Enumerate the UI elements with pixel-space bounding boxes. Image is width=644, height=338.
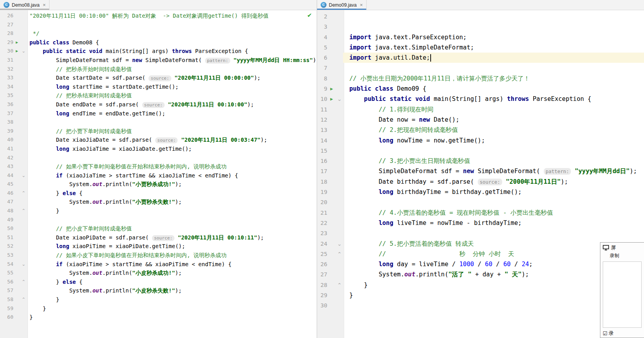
line-number[interactable]: 37: [0, 109, 13, 118]
line-number[interactable]: 44: [0, 171, 13, 180]
line-number[interactable]: 30: [317, 300, 327, 311]
code-text[interactable]: [343, 63, 644, 73]
code-text[interactable]: long liveTime = nowTime - birthdayTime;: [343, 218, 644, 228]
line-number[interactable]: 31: [0, 56, 13, 65]
fold-up-icon[interactable]: ⌃: [336, 280, 343, 290]
line-number[interactable]: 60: [0, 313, 13, 322]
line-number[interactable]: 32: [0, 65, 13, 74]
line-number[interactable]: 40: [0, 135, 13, 144]
code-text[interactable]: Date endDate = sdf.parse( source: "2020年…: [27, 100, 317, 109]
code-text[interactable]: long day = liveTime / 1000 / 60 / 60 / 2…: [343, 259, 644, 269]
code-text[interactable]: long nowTime = now.getTime();: [343, 135, 644, 146]
code-text[interactable]: // 如果小皮下单时间毫秒值在开始和结束秒杀时间内, 说明秒杀成功: [27, 251, 317, 260]
line-number[interactable]: 57: [0, 286, 13, 295]
fold-down-icon[interactable]: ⌄: [20, 47, 27, 56]
line-number[interactable]: 51: [0, 233, 13, 242]
checkbox-checked-icon[interactable]: ☑: [603, 331, 607, 336]
code-text[interactable]: System.out.println("小皮秒杀失败!");: [27, 286, 317, 295]
line-number[interactable]: 20: [317, 197, 327, 207]
code-text[interactable]: [343, 300, 644, 311]
line-number[interactable]: 58: [0, 295, 13, 304]
line-number[interactable]: 41: [0, 144, 13, 153]
line-number[interactable]: 59: [0, 304, 13, 313]
code-text[interactable]: long startTime = startDate.getTime();: [27, 82, 317, 91]
code-text[interactable]: [343, 146, 644, 156]
line-number[interactable]: 35: [0, 91, 13, 100]
line-number[interactable]: 34: [0, 82, 13, 91]
line-number[interactable]: 8: [317, 73, 327, 84]
code-text[interactable]: long endTime = endDate.getTime();: [27, 109, 317, 118]
fold-up-icon[interactable]: ⌃: [20, 278, 27, 287]
line-number[interactable]: 48: [0, 206, 13, 216]
line-number[interactable]: 17: [317, 166, 327, 176]
code-text[interactable]: } else {: [27, 189, 317, 198]
code-text[interactable]: if (xiaoJiaTime > startTime && xiaoJiaTi…: [27, 171, 317, 180]
line-number[interactable]: 49: [0, 216, 13, 225]
line-number[interactable]: 47: [0, 197, 13, 206]
editor-demo08[interactable]: 26"2020年11月11日 00:10:00" 解析为 Date对象 -> D…: [0, 10, 317, 338]
line-number[interactable]: 29: [0, 38, 13, 47]
code-text[interactable]: */: [27, 29, 317, 38]
code-text[interactable]: }: [27, 313, 317, 322]
code-text[interactable]: [27, 118, 317, 127]
inspections-ok-check-icon[interactable]: ✔: [307, 12, 312, 19]
code-text[interactable]: } else {: [27, 278, 317, 287]
code-text[interactable]: SimpleDateFormat sdf = new SimpleDateFor…: [27, 56, 317, 65]
line-number[interactable]: 25: [317, 249, 327, 259]
line-number[interactable]: 19: [317, 187, 327, 197]
line-number[interactable]: 53: [0, 251, 13, 260]
line-number[interactable]: 50: [0, 224, 13, 233]
code-text[interactable]: [343, 11, 644, 22]
line-number[interactable]: 18: [317, 177, 327, 187]
code-text[interactable]: Date xiaoJiaDate = sdf.parse( source: "2…: [27, 135, 317, 144]
line-number[interactable]: 28: [317, 280, 327, 290]
line-number[interactable]: 21: [317, 208, 327, 218]
code-text[interactable]: }: [343, 280, 644, 290]
close-icon[interactable]: ×: [43, 2, 46, 8]
line-number[interactable]: 13: [317, 125, 327, 135]
line-number[interactable]: 27: [317, 269, 327, 280]
line-number[interactable]: 4: [317, 32, 327, 42]
code-text[interactable]: [27, 20, 317, 29]
code-text[interactable]: import java.text.SimpleDateFormat;: [343, 42, 644, 53]
line-number[interactable]: 26: [317, 259, 327, 269]
run-arrow-icon[interactable]: ▶: [13, 47, 20, 56]
line-number[interactable]: 2: [317, 11, 327, 22]
code-text[interactable]: public static void main(String[] args) t…: [27, 47, 317, 56]
code-text[interactable]: [343, 197, 644, 207]
editor-demo09[interactable]: 234import java.text.ParseException;5impo…: [317, 10, 644, 338]
code-text[interactable]: }: [27, 206, 317, 216]
fold-up-icon[interactable]: ⌃: [20, 189, 27, 198]
code-text[interactable]: if (xiaoPiTime > startTime && xiaoPiTime…: [27, 260, 317, 269]
code-text[interactable]: // 把小皮下单时间转成毫秒值: [27, 224, 317, 233]
code-text[interactable]: System.out.println("小贾秒杀成功!");: [27, 180, 317, 189]
tab-demo09[interactable]: C Demo09.java ×: [317, 0, 367, 10]
code-text[interactable]: Date startDate = sdf.parse( source: "202…: [27, 73, 317, 82]
fold-up-icon[interactable]: ⌃: [336, 249, 343, 259]
line-number[interactable]: 24: [317, 239, 327, 249]
code-text[interactable]: Date now = new Date();: [343, 115, 644, 125]
code-text[interactable]: [27, 153, 317, 163]
line-number[interactable]: 56: [0, 278, 13, 287]
line-number[interactable]: 23: [317, 228, 327, 238]
code-text[interactable]: }: [343, 290, 644, 300]
recorder-checkbox-row[interactable]: ☑ 录: [600, 329, 644, 338]
code-text[interactable]: // 小贾出生日期为2000年11月11日，请计算小贾活了多少天了！: [343, 73, 644, 84]
code-text[interactable]: import java.util.Date;: [343, 53, 644, 63]
run-arrow-icon[interactable]: ▶: [327, 94, 336, 104]
line-number[interactable]: 6: [317, 53, 327, 63]
line-number[interactable]: 33: [0, 73, 13, 82]
line-number[interactable]: 46: [0, 189, 13, 198]
line-number[interactable]: 14: [317, 135, 327, 146]
line-number[interactable]: 36: [0, 100, 13, 109]
line-number[interactable]: 11: [317, 104, 327, 115]
code-text[interactable]: [343, 22, 644, 32]
line-number[interactable]: 15: [317, 146, 327, 156]
code-text[interactable]: public class Demo08 {: [27, 38, 317, 47]
line-number[interactable]: 3: [317, 22, 327, 32]
code-text[interactable]: System.out.println("小贾秒杀失败!");: [27, 197, 317, 206]
code-text[interactable]: Date birthday = sdf.parse( source: "2000…: [343, 177, 644, 187]
line-number[interactable]: 45: [0, 180, 13, 189]
fold-up-icon[interactable]: ⌃: [20, 295, 27, 304]
line-number[interactable]: 9: [317, 84, 327, 94]
